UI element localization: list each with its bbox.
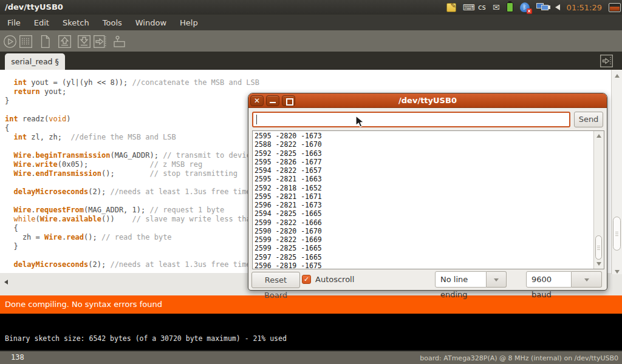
serial-monitor-titlebar[interactable]: /dev/ttyUSB0 ✕ bbox=[248, 93, 607, 108]
line-number-indicator: 138 bbox=[11, 353, 24, 362]
upload-button[interactable] bbox=[93, 35, 107, 49]
keyboard-icon[interactable]: ⌨ bbox=[463, 2, 475, 12]
panel-window-title: /dev/ttyUSB0 bbox=[5, 0, 63, 15]
baud-dropdown-button[interactable] bbox=[572, 271, 602, 288]
serial-line: 2597 -2825 -1665 bbox=[255, 253, 322, 261]
serial-line: 2599 -2822 -1669 bbox=[255, 235, 322, 244]
line-ending-dropdown-button[interactable] bbox=[487, 271, 507, 288]
verify-button[interactable] bbox=[3, 35, 17, 49]
compile-status-bar: Done compiling. No syntax errors found bbox=[0, 295, 622, 314]
serial-line: 2592 -2825 -1663 bbox=[255, 149, 322, 158]
stop-button[interactable] bbox=[19, 35, 33, 49]
console-panel: Binary sketch size: 6542 bytes (of a 307… bbox=[0, 314, 622, 350]
compile-status-text: Done compiling. No syntax errors found bbox=[5, 300, 162, 309]
open-button[interactable] bbox=[58, 35, 72, 49]
editor-scrollbar-thumb[interactable] bbox=[613, 217, 621, 251]
serial-monitor-title: /dev/ttyUSB0 bbox=[248, 93, 607, 108]
editor-vertical-scrollbar[interactable] bbox=[611, 70, 622, 274]
serial-line: 2588 -2822 -1670 bbox=[255, 140, 322, 149]
serial-line: 2599 -2825 -1665 bbox=[255, 244, 322, 252]
serial-line: 2595 -2821 -1671 bbox=[255, 192, 322, 201]
baud-rate-select[interactable]: 9600 baud bbox=[526, 271, 572, 288]
tab-menu-button[interactable] bbox=[600, 54, 613, 68]
serial-line: 2596 -2821 -1673 bbox=[255, 201, 322, 209]
autoscroll-checkbox[interactable]: ✓ bbox=[302, 275, 311, 284]
tab-bar: serial_read § bbox=[0, 52, 622, 70]
console-output-text: Binary sketch size: 6542 bytes (of a 307… bbox=[5, 334, 287, 343]
save-button[interactable] bbox=[77, 35, 91, 49]
code-line: int yout = (yl|(yh << 8)); //concatenate… bbox=[5, 78, 611, 87]
network-icon[interactable] bbox=[536, 2, 549, 12]
note-icon[interactable] bbox=[446, 3, 456, 12]
volume-icon[interactable] bbox=[555, 4, 560, 10]
ide-status-bar: 138 board: ATmega328P(A) @ 8 MHz (intern… bbox=[0, 350, 622, 364]
tab-serial-read[interactable]: serial_read § bbox=[5, 53, 65, 70]
scroll-up-arrow-icon[interactable] bbox=[615, 74, 620, 78]
close-button[interactable]: ✕ bbox=[250, 95, 264, 106]
battery-icon[interactable] bbox=[507, 2, 513, 12]
autoscroll-label[interactable]: Autoscroll bbox=[315, 275, 354, 284]
scroll-up-arrow-icon[interactable] bbox=[596, 134, 601, 138]
serial-line: 2595 -2826 -1677 bbox=[255, 158, 322, 166]
menu-tools[interactable]: Tools bbox=[100, 17, 125, 29]
reset-board-button[interactable]: Reset Board bbox=[251, 272, 300, 288]
system-tray: ⌨ cs ✉ ᛒ 01:51:29 bbox=[446, 0, 621, 15]
serial-line: 2590 -2820 -1670 bbox=[255, 227, 322, 235]
chevron-down-icon bbox=[494, 278, 499, 281]
serial-line: 2599 -2822 -1666 bbox=[255, 218, 322, 227]
menu-window[interactable]: Window bbox=[133, 17, 169, 29]
bluetooth-icon[interactable]: ᛒ bbox=[520, 2, 530, 12]
scroll-down-arrow-icon[interactable] bbox=[615, 270, 620, 274]
serial-line: 2594 -2822 -1657 bbox=[255, 166, 322, 175]
serial-monitor-button[interactable] bbox=[112, 35, 126, 49]
serial-scrollbar[interactable] bbox=[593, 131, 604, 269]
chevron-down-icon bbox=[584, 278, 589, 281]
menu-sketch[interactable]: Sketch bbox=[60, 17, 92, 29]
mouse-cursor bbox=[355, 115, 365, 131]
mail-icon[interactable]: ✉ bbox=[493, 2, 500, 12]
serial-monitor-window: /dev/ttyUSB0 ✕ Send 2595 -2820 -16732588… bbox=[248, 93, 607, 291]
minimize-button[interactable] bbox=[266, 95, 279, 106]
serial-line: 2595 -2820 -1673 bbox=[255, 132, 322, 140]
maximize-button[interactable] bbox=[282, 95, 295, 106]
send-button[interactable]: Send bbox=[574, 112, 603, 127]
board-info-text: board: ATmega328P(A) @ 8 MHz (internal) … bbox=[420, 354, 618, 362]
serial-scrollbar-thumb[interactable] bbox=[595, 235, 602, 260]
line-ending-select[interactable]: No line ending bbox=[435, 271, 487, 288]
serial-line: 2595 -2821 -1663 bbox=[255, 175, 322, 183]
keyboard-layout-label[interactable]: cs bbox=[478, 3, 486, 12]
serial-line: 2592 -2818 -1652 bbox=[255, 184, 322, 192]
ide-toolbar bbox=[0, 30, 622, 52]
scroll-down-arrow-icon[interactable] bbox=[596, 262, 601, 266]
text-caret bbox=[256, 115, 257, 124]
serial-line: 2596 -2819 -1675 bbox=[255, 261, 322, 269]
menu-edit[interactable]: Edit bbox=[32, 17, 52, 29]
menu-bar: File Edit Sketch Tools Window Help bbox=[0, 15, 622, 30]
desktop-panel: /dev/ttyUSB0 ⌨ cs ✉ ᛒ 01:51:29 bbox=[0, 0, 622, 15]
new-sketch-button[interactable] bbox=[38, 35, 52, 49]
menu-help[interactable]: Help bbox=[177, 17, 200, 29]
serial-input-field[interactable] bbox=[252, 112, 570, 127]
scroll-left-arrow-icon[interactable] bbox=[4, 280, 8, 285]
session-icon[interactable] bbox=[609, 3, 621, 12]
serial-line: 2594 -2825 -1665 bbox=[255, 209, 322, 218]
checkmark-icon: ✓ bbox=[302, 275, 310, 284]
menu-file[interactable]: File bbox=[5, 17, 23, 29]
clock[interactable]: 01:51:29 bbox=[567, 3, 602, 12]
serial-output-area[interactable]: 2595 -2820 -16732588 -2822 -16702592 -28… bbox=[252, 130, 604, 269]
serial-output-lines: 2595 -2820 -16732588 -2822 -16702592 -28… bbox=[255, 132, 322, 269]
